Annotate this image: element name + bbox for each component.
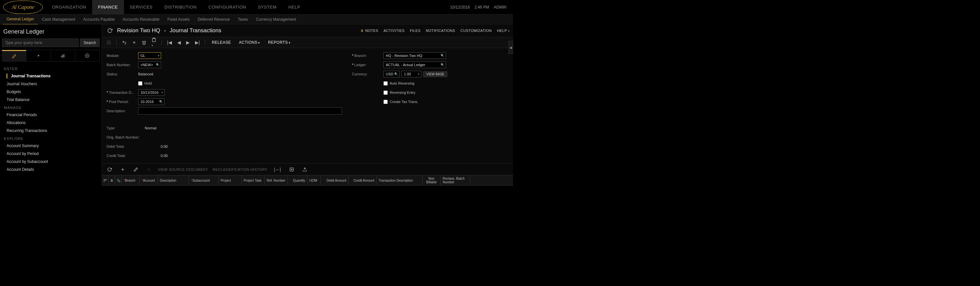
grid-col-note-icon[interactable]: 🗎 (108, 176, 115, 185)
module-select[interactable]: GL (138, 52, 161, 59)
view-source-document-button[interactable]: VIEW SOURCE DOCUMENT (158, 168, 208, 171)
release-button[interactable]: RELEASE (208, 39, 234, 46)
clipboard-icon[interactable]: ▾ (150, 36, 158, 49)
undo-icon[interactable] (120, 39, 129, 46)
page-title: Journal Transactions (170, 27, 221, 34)
breadcrumb-org[interactable]: Revision Two HQ (117, 27, 160, 34)
batch-number-select[interactable]: <NEW> (138, 62, 161, 68)
nav-services[interactable]: SERVICES (124, 0, 159, 14)
grid-col-transaction-description[interactable]: Transaction Description (377, 176, 423, 185)
save-icon[interactable] (105, 39, 113, 46)
grid-col-debit-amount[interactable]: Debit Amount (321, 176, 348, 185)
sidebar-item-account-by-subaccount[interactable]: Account by Subaccount (2, 158, 100, 166)
sidebar-item-financial-periods[interactable]: Financial Periods (2, 111, 100, 119)
nav-finance[interactable]: FINANCE (92, 0, 124, 14)
branch-select[interactable]: HQ - Revision Two HQ (383, 52, 446, 59)
subnav: General Ledger Cash Management Accounts … (0, 14, 513, 24)
grid-col-description[interactable]: Description (158, 176, 189, 185)
activities-link[interactable]: ACTIVITIES (383, 29, 404, 33)
subnav-accounts-payable[interactable]: Accounts Payable (79, 14, 119, 24)
sidebar-item-account-summary[interactable]: Account Summary (2, 142, 100, 150)
delete-icon[interactable] (140, 39, 148, 46)
subnav-currency-management[interactable]: Currency Management (252, 14, 300, 24)
post-period-input[interactable]: 10-2016 (138, 98, 164, 105)
grid-col-flag-icon[interactable]: 🏴 (102, 176, 108, 185)
description-input[interactable] (138, 107, 342, 115)
grid-col-ref-number[interactable]: Ref. Number (265, 176, 288, 185)
view-base-button[interactable]: VIEW BASE (423, 72, 447, 77)
grid-col-project[interactable]: Project (219, 176, 242, 185)
grid-col-attach-icon[interactable]: 📎 (115, 176, 122, 185)
sidebar-item-journal-transactions[interactable]: Journal Transactions (2, 72, 100, 80)
subnav-general-ledger[interactable]: General Ledger (3, 14, 38, 25)
reclassification-history-button[interactable]: RECLASSIFICATION HISTORY (213, 168, 267, 171)
currency-rate-input[interactable]: 1.00 (401, 71, 421, 77)
upload-icon[interactable] (301, 166, 309, 173)
grid-refresh-icon[interactable] (105, 166, 114, 173)
create-tax-checkbox[interactable]: Create Tax Trans. (383, 100, 418, 104)
refresh-icon[interactable] (105, 27, 115, 35)
actions-button[interactable]: ACTIONS (235, 39, 263, 46)
debit-total-label: Debit Total: (107, 144, 143, 149)
export-excel-icon[interactable] (288, 166, 296, 173)
customization-link[interactable]: CUSTOMIZATION (460, 29, 492, 33)
sidebar-item-allocations[interactable]: Allocations (2, 119, 100, 127)
add-icon[interactable] (130, 39, 138, 46)
prev-icon[interactable]: ◀ (175, 38, 183, 46)
grid-col-subaccount[interactable]: Subaccount (189, 176, 219, 185)
subnav-deferred-revenue[interactable]: Deferred Revenue (194, 14, 234, 24)
mode-settings-icon[interactable] (75, 50, 100, 61)
transaction-date-input[interactable]: 10/12/2016 (138, 89, 165, 96)
grid-edit-icon[interactable] (132, 166, 140, 173)
mode-report-icon[interactable] (51, 50, 75, 61)
mode-edit-icon[interactable] (2, 50, 26, 61)
hold-checkbox[interactable]: Hold (138, 81, 152, 86)
last-icon[interactable]: ▶| (193, 38, 202, 46)
grid-col-account[interactable]: Account (140, 176, 158, 185)
auto-reversing-checkbox[interactable]: Auto Reversing (383, 81, 414, 86)
files-link[interactable]: FILES (410, 29, 421, 33)
notes-link[interactable]: NOTES (360, 29, 379, 33)
nav-organization[interactable]: ORGANIZATION (46, 0, 92, 14)
topbar-user[interactable]: ADMIN (494, 5, 506, 10)
sidebar-item-account-details[interactable]: Account Details (2, 166, 100, 173)
nav-configuration[interactable]: CONFIGURATION (202, 0, 252, 14)
search-button[interactable]: Search (80, 38, 100, 47)
grid-col-project-task[interactable]: Project Task (242, 176, 265, 185)
notifications-link[interactable]: NOTIFICATIONS (426, 29, 455, 33)
grid-col-quantity[interactable]: Quantity (288, 176, 307, 185)
collapse-panel-icon[interactable]: ◀ (508, 41, 513, 54)
chevron-down-icon[interactable]: ▾ (163, 29, 167, 33)
sidebar-item-recurring-transactions[interactable]: Recurring Transactions (2, 127, 100, 134)
sidebar-item-trial-balance[interactable]: Trial Balance (2, 96, 100, 104)
credit-total-label: Credit Total: (107, 154, 143, 158)
subnav-cash-management[interactable]: Cash Management (38, 14, 79, 24)
sidebar-item-account-by-period[interactable]: Account by Period (2, 150, 100, 158)
nav-distribution[interactable]: DISTRIBUTION (159, 0, 202, 14)
help-link[interactable]: HELP (497, 29, 510, 33)
currency-select[interactable]: USD (383, 71, 399, 77)
next-icon[interactable]: ▶ (184, 38, 192, 46)
sidebar-item-budgets[interactable]: Budgets (2, 88, 100, 96)
nav-system[interactable]: SYSTEM (252, 0, 282, 14)
sidebar-title: General Ledger (2, 27, 100, 38)
subnav-fixed-assets[interactable]: Fixed Assets (164, 14, 194, 24)
grid-col-credit-amount[interactable]: Credit Amount (348, 176, 377, 185)
subnav-accounts-receivable[interactable]: Accounts Receivable (119, 14, 164, 24)
first-icon[interactable]: |◀ (165, 38, 174, 46)
fit-columns-icon[interactable]: |↔| (272, 166, 283, 173)
grid-col-non-billable[interactable]: Non Billable (423, 176, 441, 185)
grid-add-icon[interactable] (118, 166, 127, 173)
reports-button[interactable]: REPORTS (265, 39, 294, 46)
grid-col-uom[interactable]: UOM (307, 176, 321, 185)
sidebar-item-journal-vouchers[interactable]: Journal Vouchers (2, 80, 100, 88)
mode-run-icon[interactable] (26, 50, 51, 61)
subnav-taxes[interactable]: Taxes (234, 14, 252, 24)
grid-col-branch[interactable]: Branch (122, 176, 140, 185)
grid-col-reclass-batch[interactable]: Reclass. Batch Number (441, 176, 470, 185)
search-input[interactable] (2, 38, 79, 47)
nav-help[interactable]: HELP (283, 0, 306, 14)
ledger-select[interactable]: ACTUAL - Actual Ledger (383, 62, 446, 68)
reversing-entry-checkbox[interactable]: Reversing Entry (383, 91, 415, 95)
grid-delete-icon[interactable] (145, 166, 153, 173)
